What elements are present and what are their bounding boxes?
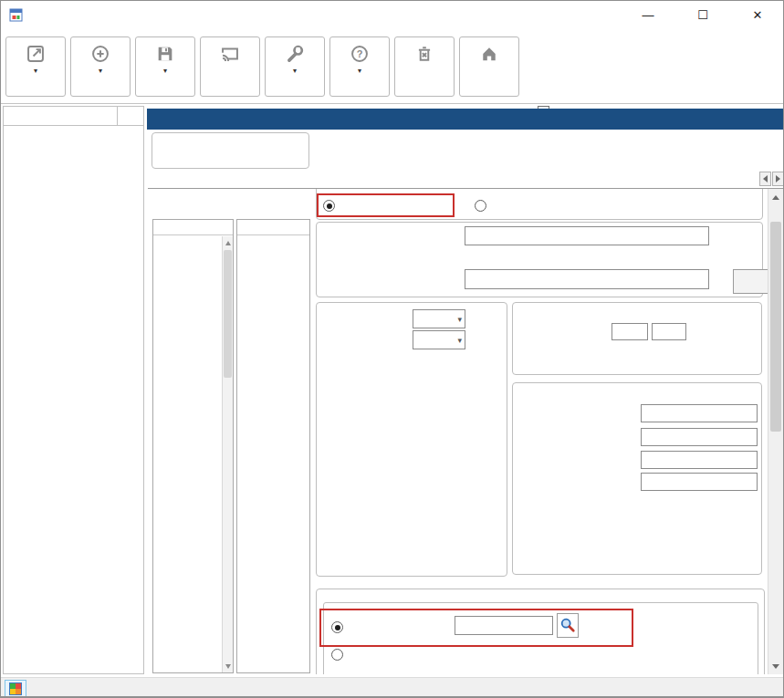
instance-command-radio[interactable] (475, 200, 486, 212)
search-component-button[interactable] (557, 613, 579, 638)
help-icon: ? (350, 44, 370, 64)
down-arrow-icon (772, 664, 779, 669)
main-scrollbar[interactable] (768, 189, 783, 674)
show-information-group (152, 132, 309, 169)
home-button[interactable] (459, 36, 519, 97)
enabled-list (236, 219, 310, 673)
scrollbar-thumb[interactable] (224, 250, 232, 378)
window-controls: — ☐ ✕ (621, 1, 784, 28)
right-arrow-icon (776, 175, 780, 182)
magnifier-icon (559, 617, 576, 633)
numeric-argument-1-input[interactable] (641, 451, 758, 469)
scroll-up-button[interactable] (223, 237, 233, 248)
properties-header (147, 109, 783, 130)
tree-column-headers[interactable] (4, 107, 143, 126)
execute-button[interactable]: ▾ (5, 36, 66, 97)
stay-active-select[interactable] (413, 309, 465, 328)
command-handler-group (316, 589, 765, 674)
delete-button[interactable] (394, 36, 455, 97)
lansa-grid-icon (9, 682, 22, 695)
mockup-radio[interactable] (331, 649, 343, 661)
sequence-input[interactable] (465, 226, 709, 245)
width-input[interactable] (612, 323, 648, 340)
maximize-button[interactable]: ☐ (675, 1, 730, 28)
scroll-up-button[interactable] (768, 190, 783, 204)
connect-icon (220, 44, 240, 64)
scroll-down-button[interactable] (223, 661, 233, 672)
property-tabs (152, 170, 758, 189)
dropdown-arrow-icon: ▾ (99, 68, 102, 75)
s-column-header[interactable] (117, 107, 143, 125)
close-button[interactable]: ✕ (730, 1, 784, 28)
enabled-header[interactable] (237, 220, 309, 235)
tools-icon (285, 44, 305, 64)
scrollbar-thumb[interactable] (770, 222, 781, 432)
delete-icon (414, 44, 434, 64)
dropdown-arrow-icon: ▾ (293, 68, 297, 75)
identity-group (316, 222, 763, 297)
left-arrow-icon (763, 175, 768, 182)
save-icon (155, 44, 175, 64)
not-enabled-items (153, 236, 222, 672)
framework-tree (4, 126, 143, 129)
choose-command-type-group (316, 188, 763, 220)
toolbar: ▾ ▾ ▾ ▾ ? ▾ (1, 28, 784, 104)
down-arrow-icon (225, 664, 231, 669)
command-options-group (316, 302, 507, 577)
tools-button[interactable]: ▾ (265, 36, 325, 97)
home-icon (479, 44, 499, 64)
status-bar (1, 677, 784, 696)
scroll-down-button[interactable] (768, 659, 783, 673)
not-enabled-header[interactable] (153, 220, 233, 235)
default-command-select[interactable] (413, 330, 465, 349)
minimize-button[interactable]: — (621, 1, 675, 28)
list-scrollbar[interactable] (222, 236, 233, 672)
help-button[interactable]: ? ▾ (329, 36, 390, 97)
up-arrow-icon (772, 195, 779, 200)
app-window: — ☐ ✕ ▾ ▾ ▾ ▾ ? (0, 0, 784, 698)
alpha-argument-1-input[interactable] (641, 404, 758, 422)
svg-text:?: ? (357, 48, 363, 59)
dropdown-arrow-icon: ▾ (34, 68, 37, 75)
tab-scroll-left-button[interactable] (759, 172, 771, 186)
framework-status-icon[interactable] (5, 680, 26, 698)
own-window-size-group (512, 302, 762, 375)
dropdown-arrow-icon: ▾ (163, 68, 167, 75)
user-object-input[interactable] (465, 269, 709, 289)
vlf-win-subgroup (323, 602, 758, 674)
optional-arguments-group (512, 382, 762, 575)
height-input[interactable] (652, 323, 686, 340)
new-button[interactable]: ▾ (70, 36, 131, 97)
dropdown-arrow-icon: ▾ (358, 68, 361, 75)
numeric-argument-2-input[interactable] (641, 473, 758, 491)
alpha-argument-2-input[interactable] (641, 428, 758, 446)
not-enabled-list (152, 219, 234, 673)
component-identifier-input[interactable] (455, 616, 553, 635)
commands-allowed-panel (148, 188, 783, 674)
save-button[interactable]: ▾ (135, 36, 195, 97)
tab-scroll-right-button[interactable] (772, 172, 784, 186)
up-arrow-icon (225, 241, 231, 245)
connect-button[interactable] (200, 36, 260, 97)
sidebar (3, 106, 144, 674)
execute-icon (26, 44, 46, 64)
enabled-items (237, 236, 309, 672)
titlebar: — ☐ ✕ (1, 1, 784, 28)
new-icon (90, 44, 110, 64)
app-icon (9, 8, 23, 22)
component-identifier-radio[interactable] (331, 621, 343, 633)
tab-scroll-arrows (759, 172, 784, 186)
business-object-command-radio[interactable] (323, 200, 335, 212)
